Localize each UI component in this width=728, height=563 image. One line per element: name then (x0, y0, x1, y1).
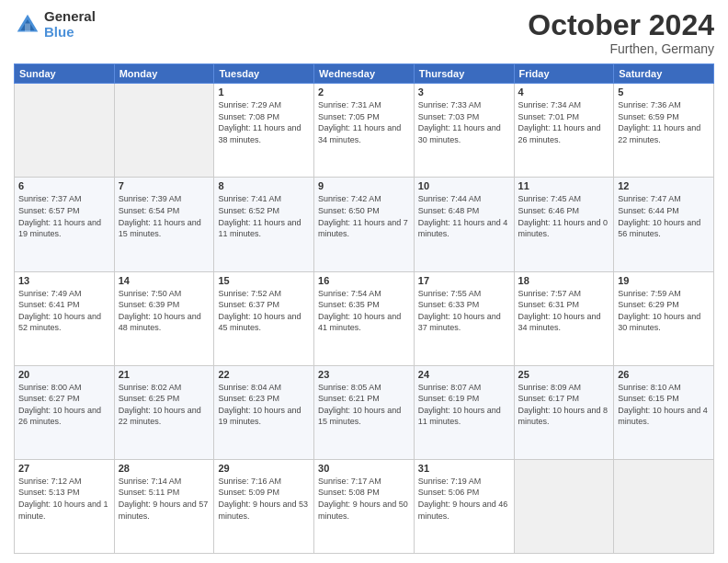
calendar-cell: 23Sunrise: 8:05 AM Sunset: 6:21 PM Dayli… (314, 365, 415, 459)
calendar-cell: 7Sunrise: 7:39 AM Sunset: 6:54 PM Daylig… (114, 178, 214, 271)
day-number: 29 (218, 463, 310, 474)
day-info: Sunrise: 7:14 AM Sunset: 5:11 PM Dayligh… (119, 476, 210, 522)
day-number: 19 (618, 275, 710, 286)
calendar-cell: 5Sunrise: 7:36 AM Sunset: 6:59 PM Daylig… (614, 84, 714, 178)
day-number: 8 (218, 180, 310, 191)
calendar-cell (514, 459, 614, 553)
calendar-header-saturday: Saturday (614, 64, 714, 84)
calendar-cell: 2Sunrise: 7:31 AM Sunset: 7:05 PM Daylig… (314, 84, 415, 178)
calendar-cell (15, 84, 115, 178)
calendar-cell: 10Sunrise: 7:44 AM Sunset: 6:48 PM Dayli… (414, 178, 514, 271)
location: Furthen, Germany (528, 41, 714, 56)
day-info: Sunrise: 8:04 AM Sunset: 6:23 PM Dayligh… (218, 382, 310, 428)
calendar-cell: 30Sunrise: 7:17 AM Sunset: 5:08 PM Dayli… (314, 459, 415, 553)
day-info: Sunrise: 8:05 AM Sunset: 6:21 PM Dayligh… (318, 382, 410, 428)
day-number: 6 (18, 180, 110, 191)
calendar-cell: 14Sunrise: 7:50 AM Sunset: 6:39 PM Dayli… (114, 271, 214, 365)
calendar-table: SundayMondayTuesdayWednesdayThursdayFrid… (14, 63, 714, 554)
calendar-cell: 29Sunrise: 7:16 AM Sunset: 5:09 PM Dayli… (214, 459, 314, 553)
calendar-week-row: 6Sunrise: 7:37 AM Sunset: 6:57 PM Daylig… (15, 178, 714, 271)
day-number: 5 (618, 86, 710, 98)
page: General Blue October 2024 Furthen, Germa… (0, 0, 728, 563)
calendar-cell: 19Sunrise: 7:59 AM Sunset: 6:29 PM Dayli… (614, 271, 714, 365)
calendar-cell: 3Sunrise: 7:33 AM Sunset: 7:03 PM Daylig… (414, 84, 514, 178)
calendar-cell (614, 459, 714, 553)
day-number: 13 (18, 275, 110, 286)
day-info: Sunrise: 7:19 AM Sunset: 5:06 PM Dayligh… (418, 476, 510, 522)
calendar-cell: 27Sunrise: 7:12 AM Sunset: 5:13 PM Dayli… (15, 459, 115, 553)
day-number: 15 (218, 275, 310, 286)
day-info: Sunrise: 7:50 AM Sunset: 6:39 PM Dayligh… (119, 288, 210, 334)
day-info: Sunrise: 7:42 AM Sunset: 6:50 PM Dayligh… (318, 193, 410, 239)
calendar-cell (114, 84, 214, 178)
day-info: Sunrise: 8:02 AM Sunset: 6:25 PM Dayligh… (119, 382, 210, 428)
calendar-cell: 8Sunrise: 7:41 AM Sunset: 6:52 PM Daylig… (214, 178, 314, 271)
calendar-week-row: 13Sunrise: 7:49 AM Sunset: 6:41 PM Dayli… (15, 271, 714, 365)
calendar-header-sunday: Sunday (15, 64, 115, 84)
day-info: Sunrise: 8:10 AM Sunset: 6:15 PM Dayligh… (618, 382, 710, 428)
day-info: Sunrise: 7:16 AM Sunset: 5:09 PM Dayligh… (218, 476, 310, 522)
day-number: 3 (418, 86, 510, 98)
calendar-cell: 18Sunrise: 7:57 AM Sunset: 6:31 PM Dayli… (514, 271, 614, 365)
day-info: Sunrise: 8:07 AM Sunset: 6:19 PM Dayligh… (418, 382, 510, 428)
day-info: Sunrise: 7:33 AM Sunset: 7:03 PM Dayligh… (418, 99, 510, 145)
calendar-cell: 20Sunrise: 8:00 AM Sunset: 6:27 PM Dayli… (15, 365, 115, 459)
calendar-cell: 21Sunrise: 8:02 AM Sunset: 6:25 PM Dayli… (114, 365, 214, 459)
day-info: Sunrise: 7:37 AM Sunset: 6:57 PM Dayligh… (18, 193, 110, 239)
day-info: Sunrise: 8:09 AM Sunset: 6:17 PM Dayligh… (518, 382, 610, 428)
header: General Blue October 2024 Furthen, Germa… (14, 9, 714, 56)
day-info: Sunrise: 7:59 AM Sunset: 6:29 PM Dayligh… (618, 288, 710, 334)
svg-rect-2 (25, 23, 30, 31)
calendar-cell: 12Sunrise: 7:47 AM Sunset: 6:44 PM Dayli… (614, 178, 714, 271)
calendar-week-row: 1Sunrise: 7:29 AM Sunset: 7:08 PM Daylig… (15, 84, 714, 178)
calendar-cell: 31Sunrise: 7:19 AM Sunset: 5:06 PM Dayli… (414, 459, 514, 553)
day-number: 20 (18, 369, 110, 380)
calendar-cell: 13Sunrise: 7:49 AM Sunset: 6:41 PM Dayli… (15, 271, 115, 365)
day-info: Sunrise: 7:45 AM Sunset: 6:46 PM Dayligh… (518, 193, 610, 239)
day-number: 23 (318, 369, 410, 380)
logo-text: General Blue (44, 9, 96, 40)
day-number: 21 (119, 369, 210, 380)
calendar-cell: 22Sunrise: 8:04 AM Sunset: 6:23 PM Dayli… (214, 365, 314, 459)
day-info: Sunrise: 7:29 AM Sunset: 7:08 PM Dayligh… (218, 99, 310, 145)
day-info: Sunrise: 7:31 AM Sunset: 7:05 PM Dayligh… (318, 99, 410, 145)
day-number: 2 (318, 86, 410, 98)
title-section: October 2024 Furthen, Germany (528, 9, 714, 56)
logo-blue-text: Blue (44, 25, 96, 40)
calendar-header-monday: Monday (114, 64, 214, 84)
calendar-cell: 26Sunrise: 8:10 AM Sunset: 6:15 PM Dayli… (614, 365, 714, 459)
calendar-header-thursday: Thursday (414, 64, 514, 84)
day-number: 27 (18, 463, 110, 474)
calendar-cell: 28Sunrise: 7:14 AM Sunset: 5:11 PM Dayli… (114, 459, 214, 553)
day-number: 24 (418, 369, 510, 380)
day-info: Sunrise: 7:39 AM Sunset: 6:54 PM Dayligh… (119, 193, 210, 239)
calendar-week-row: 27Sunrise: 7:12 AM Sunset: 5:13 PM Dayli… (15, 459, 714, 553)
logo: General Blue (14, 9, 96, 40)
calendar-header-row: SundayMondayTuesdayWednesdayThursdayFrid… (15, 64, 714, 84)
day-info: Sunrise: 7:47 AM Sunset: 6:44 PM Dayligh… (618, 193, 710, 239)
day-number: 1 (218, 86, 310, 98)
calendar-header-wednesday: Wednesday (314, 64, 415, 84)
day-number: 11 (518, 180, 610, 191)
calendar-cell: 15Sunrise: 7:52 AM Sunset: 6:37 PM Dayli… (214, 271, 314, 365)
day-number: 30 (318, 463, 410, 474)
calendar-cell: 17Sunrise: 7:55 AM Sunset: 6:33 PM Dayli… (414, 271, 514, 365)
calendar-cell: 4Sunrise: 7:34 AM Sunset: 7:01 PM Daylig… (514, 84, 614, 178)
day-number: 28 (119, 463, 210, 474)
calendar-week-row: 20Sunrise: 8:00 AM Sunset: 6:27 PM Dayli… (15, 365, 714, 459)
day-info: Sunrise: 7:34 AM Sunset: 7:01 PM Dayligh… (518, 99, 610, 145)
day-info: Sunrise: 7:49 AM Sunset: 6:41 PM Dayligh… (18, 288, 110, 334)
day-number: 25 (518, 369, 610, 380)
day-number: 7 (119, 180, 210, 191)
calendar-cell: 1Sunrise: 7:29 AM Sunset: 7:08 PM Daylig… (214, 84, 314, 178)
calendar-cell: 9Sunrise: 7:42 AM Sunset: 6:50 PM Daylig… (314, 178, 415, 271)
calendar-cell: 24Sunrise: 8:07 AM Sunset: 6:19 PM Dayli… (414, 365, 514, 459)
month-title: October 2024 (528, 9, 714, 41)
logo-general-text: General (44, 9, 96, 25)
day-info: Sunrise: 7:55 AM Sunset: 6:33 PM Dayligh… (418, 288, 510, 334)
day-number: 22 (218, 369, 310, 380)
calendar-cell: 6Sunrise: 7:37 AM Sunset: 6:57 PM Daylig… (15, 178, 115, 271)
day-number: 4 (518, 86, 610, 98)
day-info: Sunrise: 7:52 AM Sunset: 6:37 PM Dayligh… (218, 288, 310, 334)
day-number: 14 (119, 275, 210, 286)
